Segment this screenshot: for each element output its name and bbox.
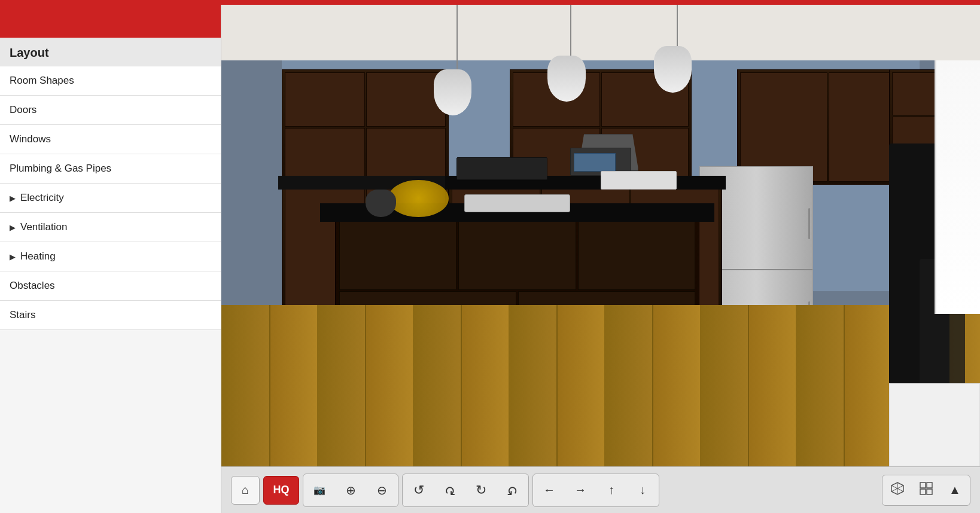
arrow-right-button[interactable]: → bbox=[566, 476, 595, 505]
view-mode-group: ▲ bbox=[882, 475, 970, 506]
zoom-in-button[interactable]: ⊕ bbox=[336, 476, 365, 505]
sidebar-item-ventilation[interactable]: ▶ Ventilation bbox=[0, 213, 221, 242]
svg-rect-3 bbox=[927, 489, 932, 494]
ventilation-chevron-icon: ▶ bbox=[10, 223, 16, 232]
room-shapes-label: Room Shapes bbox=[10, 75, 74, 87]
arrow-down-icon: ↓ bbox=[640, 483, 646, 497]
hq-button[interactable]: HQ bbox=[263, 476, 299, 505]
viewport-area: ⌂ HQ 📷 ⊕ ⊖ ↺ bbox=[221, 5, 980, 513]
windows-label: Windows bbox=[10, 133, 51, 145]
obstacles-label: Obstacles bbox=[10, 280, 55, 292]
pendant-cord-1 bbox=[456, 5, 458, 74]
sidebar-logo bbox=[0, 5, 221, 38]
zoom-in-icon: ⊕ bbox=[346, 483, 356, 497]
sidebar-item-doors[interactable]: Doors bbox=[0, 96, 221, 125]
view-grid-icon bbox=[919, 481, 933, 499]
redo-button-1[interactable]: ↻ bbox=[467, 476, 495, 505]
electricity-label: Electricity bbox=[20, 192, 64, 204]
plumbing-label: Plumbing & Gas Pipes bbox=[10, 163, 111, 175]
arrow-down-button[interactable]: ↓ bbox=[628, 476, 657, 505]
hq-label: HQ bbox=[273, 484, 290, 496]
sidebar-item-electricity[interactable]: ▶ Electricity bbox=[0, 184, 221, 213]
arrow-group: ← → ↑ ↓ bbox=[532, 474, 659, 507]
island-sink bbox=[464, 194, 571, 213]
fruit-bowl bbox=[388, 180, 449, 217]
undo2-icon: ↺ bbox=[445, 483, 455, 498]
pendant-cord-2 bbox=[570, 5, 571, 60]
pendant-light-3 bbox=[654, 46, 692, 92]
ceiling bbox=[221, 5, 980, 60]
stovetop bbox=[456, 157, 547, 181]
sidebar-item-stairs[interactable]: Stairs bbox=[0, 301, 221, 330]
sidebar-item-windows[interactable]: Windows bbox=[0, 125, 221, 154]
top-bar bbox=[0, 0, 980, 5]
electricity-chevron-icon: ▶ bbox=[10, 194, 16, 203]
redo1-icon: ↻ bbox=[476, 483, 486, 498]
home-button[interactable]: ⌂ bbox=[231, 476, 260, 505]
view-grid-button[interactable] bbox=[913, 477, 939, 503]
arrow-right-icon: → bbox=[574, 483, 586, 497]
screenshot-button[interactable]: 📷 bbox=[305, 476, 334, 505]
window-right bbox=[935, 60, 980, 314]
viewport-image[interactable] bbox=[221, 5, 980, 466]
arrow-left-icon: ← bbox=[543, 483, 555, 497]
sink bbox=[601, 171, 677, 190]
svg-rect-0 bbox=[920, 483, 926, 488]
screenshot-icon: 📷 bbox=[314, 484, 325, 496]
arrow-up-button[interactable]: ↑ bbox=[597, 476, 626, 505]
arrow-left-button[interactable]: ← bbox=[535, 476, 564, 505]
redo2-icon: ↻ bbox=[507, 483, 518, 498]
sidebar-item-heating[interactable]: ▶ Heating bbox=[0, 242, 221, 271]
doors-label: Doors bbox=[10, 104, 36, 116]
view-3d-icon bbox=[890, 481, 905, 499]
zoom-out-button[interactable]: ⊖ bbox=[367, 476, 396, 505]
svg-rect-1 bbox=[927, 483, 932, 488]
floor bbox=[221, 305, 980, 466]
home-icon: ⌂ bbox=[242, 483, 249, 497]
stairs-label: Stairs bbox=[10, 309, 35, 321]
sidebar-item-plumbing[interactable]: Plumbing & Gas Pipes bbox=[0, 154, 221, 184]
sidebar: Layout Room Shapes Doors Windows Plumbin… bbox=[0, 5, 221, 513]
arrow-up-icon: ↑ bbox=[608, 483, 614, 497]
cabinet-top-left bbox=[282, 69, 449, 185]
sidebar-item-room-shapes[interactable]: Room Shapes bbox=[0, 66, 221, 96]
sidebar-content: Layout Room Shapes Doors Windows Plumbin… bbox=[0, 38, 221, 513]
undo1-icon: ↺ bbox=[413, 483, 424, 498]
zoom-out-icon: ⊖ bbox=[377, 483, 387, 497]
undo-button-2[interactable]: ↺ bbox=[436, 476, 464, 505]
redo-button-2[interactable]: ↻ bbox=[498, 476, 526, 505]
undo-redo-group: ↺ ↺ ↻ ↻ bbox=[402, 474, 529, 507]
dining-table-edge bbox=[889, 383, 980, 466]
kettle bbox=[366, 190, 396, 217]
sidebar-item-obstacles[interactable]: Obstacles bbox=[0, 271, 221, 301]
svg-rect-2 bbox=[920, 489, 926, 494]
screenshot-group: 📷 ⊕ ⊖ bbox=[303, 474, 398, 507]
layout-header: Layout bbox=[0, 38, 221, 66]
undo-button-1[interactable]: ↺ bbox=[404, 476, 433, 505]
expand-icon: ▲ bbox=[949, 483, 961, 497]
expand-button[interactable]: ▲ bbox=[942, 477, 968, 503]
ventilation-label: Ventilation bbox=[20, 221, 67, 233]
heating-label: Heating bbox=[20, 251, 56, 262]
pendant-cord-3 bbox=[677, 5, 678, 51]
view-3d-button[interactable] bbox=[884, 477, 911, 503]
kitchen-scene bbox=[221, 5, 980, 466]
toolbar: ⌂ HQ 📷 ⊕ ⊖ ↺ bbox=[221, 466, 980, 513]
heating-chevron-icon: ▶ bbox=[10, 252, 16, 261]
pendant-light-2 bbox=[547, 56, 585, 102]
main-layout: Layout Room Shapes Doors Windows Plumbin… bbox=[0, 5, 980, 513]
